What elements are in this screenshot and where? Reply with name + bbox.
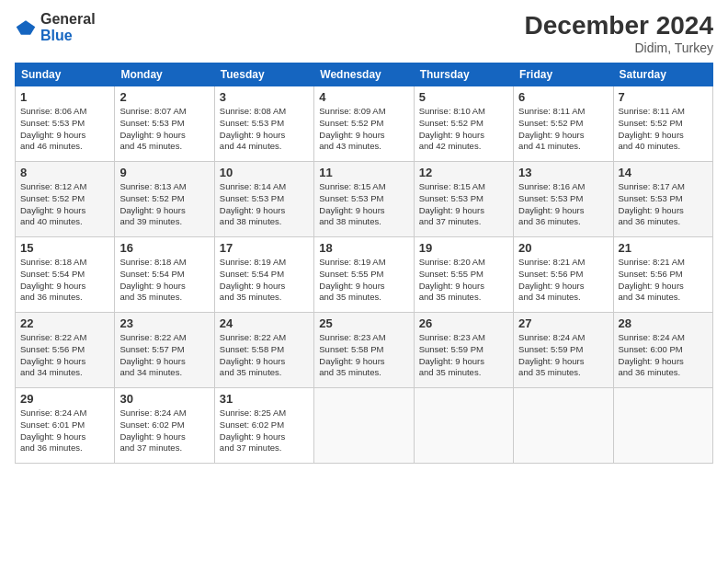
calendar-cell: 21Sunrise: 8:21 AMSunset: 5:56 PMDayligh… xyxy=(613,237,712,313)
calendar-cell: 24Sunrise: 8:22 AMSunset: 5:58 PMDayligh… xyxy=(214,313,313,388)
cell-text: Sunrise: 8:14 AMSunset: 5:53 PMDaylight:… xyxy=(220,181,309,228)
day-number: 2 xyxy=(119,90,209,104)
cell-text: Sunrise: 8:18 AMSunset: 5:54 PMDaylight:… xyxy=(119,257,209,304)
day-number: 25 xyxy=(319,316,408,330)
cell-text: Sunrise: 8:23 AMSunset: 5:58 PMDaylight:… xyxy=(319,332,408,379)
calendar-cell: 14Sunrise: 8:17 AMSunset: 5:53 PMDayligh… xyxy=(613,162,712,237)
calendar-body: 1Sunrise: 8:06 AMSunset: 5:53 PMDaylight… xyxy=(16,86,713,464)
calendar-cell: 1Sunrise: 8:06 AMSunset: 5:53 PMDaylight… xyxy=(16,86,115,162)
calendar-cell: 28Sunrise: 8:24 AMSunset: 6:00 PMDayligh… xyxy=(613,313,712,388)
cell-text: Sunrise: 8:21 AMSunset: 5:56 PMDaylight:… xyxy=(518,257,608,304)
week-row-4: 22Sunrise: 8:22 AMSunset: 5:56 PMDayligh… xyxy=(16,313,713,388)
calendar-cell: 19Sunrise: 8:20 AMSunset: 5:55 PMDayligh… xyxy=(414,237,513,313)
cell-text: Sunrise: 8:16 AMSunset: 5:53 PMDaylight:… xyxy=(518,181,608,228)
day-number: 20 xyxy=(518,241,608,255)
calendar-cell xyxy=(613,388,712,464)
day-number: 4 xyxy=(319,90,408,104)
calendar-cell: 20Sunrise: 8:21 AMSunset: 5:56 PMDayligh… xyxy=(514,237,613,313)
title-block: December 2024 Didim, Turkey xyxy=(525,11,713,55)
weekday-header-row: SundayMondayTuesdayWednesdayThursdayFrid… xyxy=(16,63,713,86)
day-number: 29 xyxy=(20,392,109,406)
calendar-cell xyxy=(414,388,513,464)
day-number: 27 xyxy=(518,316,608,330)
cell-text: Sunrise: 8:24 AMSunset: 5:59 PMDaylight:… xyxy=(518,332,608,379)
day-number: 3 xyxy=(220,90,309,104)
cell-text: Sunrise: 8:23 AMSunset: 5:59 PMDaylight:… xyxy=(419,332,508,379)
week-row-5: 29Sunrise: 8:24 AMSunset: 6:01 PMDayligh… xyxy=(16,388,713,464)
day-number: 6 xyxy=(518,90,608,104)
cell-text: Sunrise: 8:24 AMSunset: 6:01 PMDaylight:… xyxy=(20,408,109,454)
cell-text: Sunrise: 8:25 AMSunset: 6:02 PMDaylight:… xyxy=(220,408,309,454)
calendar-cell: 26Sunrise: 8:23 AMSunset: 5:59 PMDayligh… xyxy=(414,313,513,388)
cell-text: Sunrise: 8:09 AMSunset: 5:52 PMDaylight:… xyxy=(319,106,408,153)
svg-marker-0 xyxy=(17,20,36,34)
day-number: 31 xyxy=(220,392,309,406)
weekday-sunday: Sunday xyxy=(16,63,115,86)
cell-text: Sunrise: 8:06 AMSunset: 5:53 PMDaylight:… xyxy=(20,106,109,153)
cell-text: Sunrise: 8:22 AMSunset: 5:58 PMDaylight:… xyxy=(220,332,309,379)
calendar-cell: 31Sunrise: 8:25 AMSunset: 6:02 PMDayligh… xyxy=(214,388,313,464)
day-number: 30 xyxy=(119,392,209,406)
cell-text: Sunrise: 8:19 AMSunset: 5:55 PMDaylight:… xyxy=(319,257,408,304)
calendar-cell: 16Sunrise: 8:18 AMSunset: 5:54 PMDayligh… xyxy=(115,237,214,313)
calendar-cell: 11Sunrise: 8:15 AMSunset: 5:53 PMDayligh… xyxy=(314,162,414,237)
cell-text: Sunrise: 8:10 AMSunset: 5:52 PMDaylight:… xyxy=(419,106,508,153)
day-number: 26 xyxy=(419,316,508,330)
calendar-cell xyxy=(514,388,613,464)
day-number: 15 xyxy=(20,241,109,255)
cell-text: Sunrise: 8:22 AMSunset: 5:56 PMDaylight:… xyxy=(20,332,109,379)
day-number: 12 xyxy=(419,166,508,179)
week-row-3: 15Sunrise: 8:18 AMSunset: 5:54 PMDayligh… xyxy=(16,237,713,313)
page: General Blue December 2024 Didim, Turkey… xyxy=(0,0,728,475)
calendar-cell: 23Sunrise: 8:22 AMSunset: 5:57 PMDayligh… xyxy=(115,313,214,388)
cell-text: Sunrise: 8:20 AMSunset: 5:55 PMDaylight:… xyxy=(419,257,508,304)
calendar-cell: 22Sunrise: 8:22 AMSunset: 5:56 PMDayligh… xyxy=(16,313,115,388)
weekday-monday: Monday xyxy=(115,63,214,86)
calendar-cell: 7Sunrise: 8:11 AMSunset: 5:52 PMDaylight… xyxy=(613,86,712,162)
calendar-cell: 10Sunrise: 8:14 AMSunset: 5:53 PMDayligh… xyxy=(214,162,313,237)
cell-text: Sunrise: 8:21 AMSunset: 5:56 PMDaylight:… xyxy=(619,257,708,304)
day-number: 14 xyxy=(619,166,708,179)
location: Didim, Turkey xyxy=(525,40,713,55)
calendar-cell: 27Sunrise: 8:24 AMSunset: 5:59 PMDayligh… xyxy=(514,313,613,388)
day-number: 22 xyxy=(20,316,109,330)
calendar-cell xyxy=(314,388,414,464)
day-number: 19 xyxy=(419,241,508,255)
calendar-cell: 18Sunrise: 8:19 AMSunset: 5:55 PMDayligh… xyxy=(314,237,414,313)
calendar-cell: 3Sunrise: 8:08 AMSunset: 5:53 PMDaylight… xyxy=(214,86,313,162)
calendar-cell: 2Sunrise: 8:07 AMSunset: 5:53 PMDaylight… xyxy=(115,86,214,162)
day-number: 13 xyxy=(518,166,608,179)
weekday-saturday: Saturday xyxy=(613,63,712,86)
day-number: 7 xyxy=(619,90,708,104)
calendar-table: SundayMondayTuesdayWednesdayThursdayFrid… xyxy=(15,63,713,464)
calendar-cell: 25Sunrise: 8:23 AMSunset: 5:58 PMDayligh… xyxy=(314,313,414,388)
day-number: 10 xyxy=(220,166,309,179)
cell-text: Sunrise: 8:07 AMSunset: 5:53 PMDaylight:… xyxy=(119,106,209,153)
cell-text: Sunrise: 8:19 AMSunset: 5:54 PMDaylight:… xyxy=(220,257,309,304)
week-row-2: 8Sunrise: 8:12 AMSunset: 5:52 PMDaylight… xyxy=(16,162,713,237)
cell-text: Sunrise: 8:17 AMSunset: 5:53 PMDaylight:… xyxy=(619,181,708,228)
cell-text: Sunrise: 8:13 AMSunset: 5:52 PMDaylight:… xyxy=(119,181,209,228)
calendar-cell: 4Sunrise: 8:09 AMSunset: 5:52 PMDaylight… xyxy=(314,86,414,162)
day-number: 23 xyxy=(119,316,209,330)
header: General Blue December 2024 Didim, Turkey xyxy=(15,11,713,55)
calendar-cell: 13Sunrise: 8:16 AMSunset: 5:53 PMDayligh… xyxy=(514,162,613,237)
weekday-thursday: Thursday xyxy=(414,63,513,86)
cell-text: Sunrise: 8:08 AMSunset: 5:53 PMDaylight:… xyxy=(220,106,309,153)
weekday-tuesday: Tuesday xyxy=(214,63,313,86)
calendar-cell: 6Sunrise: 8:11 AMSunset: 5:52 PMDaylight… xyxy=(514,86,613,162)
day-number: 5 xyxy=(419,90,508,104)
day-number: 9 xyxy=(119,166,209,179)
calendar-cell: 15Sunrise: 8:18 AMSunset: 5:54 PMDayligh… xyxy=(16,237,115,313)
logo-text: General Blue xyxy=(40,11,96,43)
calendar-cell: 30Sunrise: 8:24 AMSunset: 6:02 PMDayligh… xyxy=(115,388,214,464)
calendar-cell: 17Sunrise: 8:19 AMSunset: 5:54 PMDayligh… xyxy=(214,237,313,313)
month-title: December 2024 xyxy=(525,11,713,40)
calendar-cell: 8Sunrise: 8:12 AMSunset: 5:52 PMDaylight… xyxy=(16,162,115,237)
cell-text: Sunrise: 8:15 AMSunset: 5:53 PMDaylight:… xyxy=(319,181,408,228)
day-number: 1 xyxy=(20,90,109,104)
cell-text: Sunrise: 8:11 AMSunset: 5:52 PMDaylight:… xyxy=(518,106,608,153)
cell-text: Sunrise: 8:15 AMSunset: 5:53 PMDaylight:… xyxy=(419,181,508,228)
day-number: 17 xyxy=(220,241,309,255)
weekday-friday: Friday xyxy=(514,63,613,86)
